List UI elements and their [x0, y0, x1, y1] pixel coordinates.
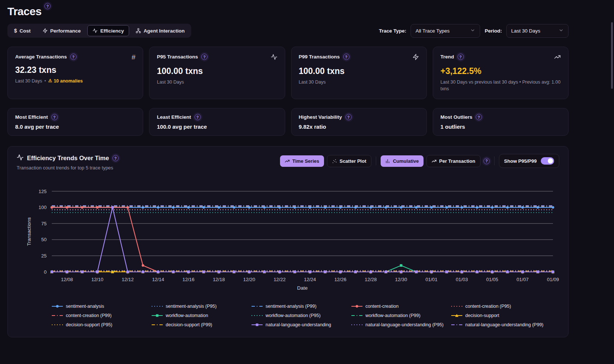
help-icon[interactable]: ?: [343, 54, 350, 60]
legend-swatch: [152, 313, 163, 318]
efficiency-trends-card: Efficiency Trends Over Time ? Transactio…: [7, 146, 569, 337]
legend-swatch: [252, 313, 263, 318]
svg-text:12/16: 12/16: [182, 277, 195, 282]
legend-swatch: [52, 313, 63, 318]
legend-swatch: [252, 323, 263, 327]
scatter-plot-button[interactable]: Scatter Plot: [327, 155, 371, 167]
legend-label: workflow-automation (P99): [365, 313, 421, 318]
chart-subtitle: Transaction count trends for top 5 trace…: [17, 165, 119, 171]
svg-text:12/20: 12/20: [243, 277, 256, 282]
insight-card-least-efficient: Least Efficient ? 100.0 avg per trace: [149, 108, 285, 136]
show-p95-p99-toggle[interactable]: [541, 157, 554, 165]
toggle-label: Show P95/P99: [504, 158, 537, 164]
help-icon[interactable]: ?: [483, 158, 490, 164]
help-icon[interactable]: ?: [70, 54, 77, 60]
card-title: Most Outliers: [441, 114, 472, 120]
legend-item: content-creation (P95): [451, 304, 547, 309]
zap-icon: [43, 28, 48, 33]
page-title: Traces: [7, 5, 41, 18]
card-title: Most Efficient: [15, 114, 48, 120]
efficiency-trends-chart: 025507510012512/0812/1012/1212/1412/1612…: [17, 183, 560, 294]
card-value: 1 outliers: [441, 124, 561, 130]
scrollbar-thumb[interactable]: [611, 22, 613, 89]
cumulative-button[interactable]: Cumulative: [381, 155, 424, 167]
legend-swatch: [351, 313, 362, 318]
chart-legend: sentiment-analysissentiment-analysis (P9…: [52, 304, 547, 327]
show-p95-p99-pill: Show P95/P99: [499, 154, 559, 168]
chevron-down-icon: [470, 28, 475, 34]
hash-icon: #: [132, 54, 136, 61]
card-value: 8.0 avg per trace: [15, 124, 135, 130]
legend-item: content-creation: [351, 304, 448, 309]
tab-performance[interactable]: Performance: [37, 25, 86, 36]
tab-label: Efficiency: [100, 28, 124, 34]
svg-text:01/09: 01/09: [547, 277, 559, 282]
card-value: 100.00 txns: [157, 66, 277, 76]
per-transaction-button[interactable]: Per Transaction: [426, 155, 480, 167]
warning-triangle-icon: ⚠: [48, 78, 52, 84]
svg-text:01/05: 01/05: [486, 277, 498, 282]
legend-item: natural-language-understanding: [252, 322, 348, 327]
svg-text:125: 125: [38, 189, 47, 194]
trace-type-select[interactable]: All Trace Types: [411, 24, 480, 38]
page-help-icon[interactable]: ?: [44, 3, 51, 9]
card-subtitle: Last 30 Days • ⚠10 anomalies: [15, 78, 135, 84]
insight-card-most-outliers: Most Outliers ? 1 outliers: [433, 108, 569, 136]
help-icon[interactable]: ?: [195, 114, 201, 120]
legend-item: sentiment-analysis (P95): [152, 304, 248, 309]
legend-swatch: [351, 304, 362, 309]
tab-bar: $ Cost Performance Efficiency Agent Inte…: [7, 24, 191, 38]
svg-text:12/30: 12/30: [395, 277, 407, 282]
card-value: +3,122.5%: [441, 66, 561, 76]
help-icon[interactable]: ?: [458, 54, 464, 60]
legend-item: workflow-automation (P99): [351, 313, 448, 318]
legend-label: decision-support: [465, 313, 499, 318]
legend-label: content-creation: [365, 304, 399, 309]
tab-label: Agent Interaction: [144, 28, 185, 34]
svg-text:25: 25: [41, 253, 47, 259]
button-label: Per Transaction: [439, 158, 475, 164]
zap-icon: [412, 54, 419, 62]
stat-card-p99-transactions: P99 Transactions ? 100.00 txns Last 30 D…: [291, 47, 427, 99]
tab-efficiency[interactable]: Efficiency: [87, 25, 129, 36]
svg-text:01/03: 01/03: [456, 277, 468, 282]
time-series-button[interactable]: Time Series: [280, 155, 324, 167]
legend-swatch: [152, 323, 163, 327]
legend-swatch: [52, 304, 63, 309]
legend-swatch: [252, 304, 263, 309]
svg-text:100: 100: [38, 205, 47, 210]
legend-item: workflow-automation (P95): [252, 313, 348, 318]
legend-item: decision-support: [451, 313, 547, 318]
help-icon[interactable]: ?: [112, 155, 119, 161]
svg-text:12/26: 12/26: [334, 277, 347, 282]
legend-label: workflow-automation: [166, 313, 208, 318]
card-title: Least Efficient: [157, 114, 191, 120]
toolbar: $ Cost Performance Efficiency Agent Inte…: [7, 24, 569, 38]
legend-item: sentiment-analysis: [52, 304, 148, 309]
help-icon[interactable]: ?: [51, 114, 58, 120]
svg-text:Transactions: Transactions: [26, 218, 32, 246]
trending-up-icon: [432, 159, 436, 164]
legend-label: content-creation (P99): [66, 313, 112, 318]
legend-label: decision-support (P95): [66, 322, 112, 327]
insight-card-highest-variability: Highest Variability ? 9.82x ratio: [291, 108, 427, 136]
legend-swatch: [52, 323, 63, 327]
bar-chart-icon: [385, 159, 390, 164]
period-select[interactable]: Last 30 Days: [506, 24, 569, 38]
tab-agent-interaction[interactable]: Agent Interaction: [131, 25, 190, 36]
legend-label: natural-language-understanding (P99): [465, 322, 543, 327]
legend-swatch: [451, 313, 462, 318]
svg-text:12/24: 12/24: [304, 277, 316, 282]
svg-text:12/08: 12/08: [61, 277, 73, 282]
legend-swatch: [152, 304, 163, 309]
legend-swatch: [451, 304, 462, 309]
help-icon[interactable]: ?: [476, 114, 482, 120]
help-icon[interactable]: ?: [201, 54, 208, 60]
help-icon[interactable]: ?: [345, 114, 352, 120]
trending-up-icon: [285, 159, 290, 164]
legend-item: workflow-automation: [152, 313, 248, 318]
period-text: Last 30 Days vs previous last 30 days • …: [441, 79, 561, 92]
tab-cost[interactable]: $ Cost: [9, 25, 36, 36]
svg-text:75: 75: [41, 221, 47, 226]
button-label: Scatter Plot: [340, 158, 366, 164]
